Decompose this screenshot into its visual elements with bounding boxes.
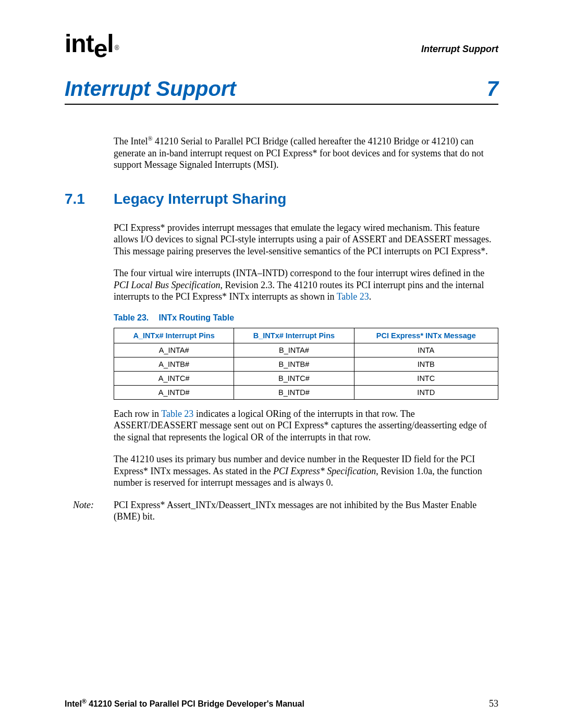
table-header-a: A_INTx# Interrupt Pins — [114, 328, 234, 343]
table-cell: B_INTB# — [234, 357, 354, 371]
table-row: A_INTA# B_INTA# INTA — [114, 343, 498, 357]
after-p1-a: Each row in — [114, 409, 161, 419]
table-row: A_INTC# B_INTC# INTC — [114, 371, 498, 385]
table-caption-label: Table 23. — [114, 313, 156, 323]
section-paragraph-2: The four virtual wire interrupts (INTA–I… — [114, 267, 498, 303]
section-title: Legacy Interrupt Sharing — [114, 191, 286, 207]
table-caption-title: INTx Routing Table — [158, 313, 234, 322]
table-23-link[interactable]: Table 23 — [337, 291, 369, 302]
table-cell: INTD — [354, 385, 498, 399]
registered-mark: ® — [148, 135, 152, 142]
header-section-title: Interrupt Support — [421, 44, 498, 55]
after-p2-italic: PCI Express* Specification — [273, 466, 376, 476]
footer-registered: ® — [82, 698, 87, 705]
table-cell: B_INTD# — [234, 385, 354, 399]
table-cell: A_INTB# — [114, 357, 234, 371]
logo-text-c: l — [107, 30, 113, 57]
table-cell: A_INTD# — [114, 385, 234, 399]
table-header-c: PCI Express* INTx Message — [354, 328, 498, 343]
table-cell: B_INTC# — [234, 371, 354, 385]
footer-left-b: 41210 Serial to Parallel PCI Bridge Deve… — [87, 699, 304, 708]
intro-paragraph: The Intel® 41210 Serial to Parallel PCI … — [114, 135, 498, 171]
table-cell: A_INTA# — [114, 343, 234, 357]
page-footer: Intel® 41210 Serial to Parallel PCI Brid… — [65, 698, 498, 709]
section-paragraph-1: PCI Express* provides interrupt messages… — [114, 222, 498, 257]
note-body: PCI Express* Assert_INTx/Deassert_INTx m… — [114, 499, 498, 523]
section-number: 7.1 — [65, 191, 114, 207]
table-23-link-2[interactable]: Table 23 — [161, 409, 193, 419]
table-row: A_INTB# B_INTB# INTB — [114, 357, 498, 371]
table-cell: B_INTA# — [234, 343, 354, 357]
intel-logo: intel® — [65, 31, 118, 56]
chapter-heading: Interrupt Support 7 — [65, 77, 498, 105]
logo-text-a: int — [65, 30, 94, 57]
table-header-row: A_INTx# Interrupt Pins B_INTx# Interrupt… — [114, 328, 498, 343]
table-header-b: B_INTx# Interrupt Pins — [234, 328, 354, 343]
intro-text-b: 41210 Serial to Parallel PCI Bridge (cal… — [114, 136, 484, 170]
p2-italic-ref: PCI Local Bus Specification — [114, 280, 220, 290]
chapter-number: 7 — [487, 77, 498, 101]
note-label: Note: — [65, 499, 94, 523]
table-cell: INTC — [354, 371, 498, 385]
after-table-paragraph-2: The 41210 uses its primary bus number an… — [114, 453, 498, 489]
intro-text-a: The Intel — [114, 136, 148, 146]
table-cell: INTB — [354, 357, 498, 371]
chapter-title: Interrupt Support — [65, 77, 236, 101]
p2-text-a: The four virtual wire interrupts (INTA–I… — [114, 268, 484, 278]
section-heading: 7.1 Legacy Interrupt Sharing — [65, 191, 498, 207]
after-table-paragraph-1: Each row in Table 23 indicates a logical… — [114, 408, 498, 443]
page-number: 53 — [489, 698, 498, 709]
table-cell: A_INTC# — [114, 371, 234, 385]
p2-text-c: . — [369, 291, 372, 302]
logo-registered: ® — [115, 44, 119, 52]
logo-text-b: e — [94, 35, 107, 63]
footer-left-a: Intel — [65, 699, 82, 708]
table-cell: INTA — [354, 343, 498, 357]
note-block: Note: PCI Express* Assert_INTx/Deassert_… — [65, 499, 498, 523]
footer-manual-title: Intel® 41210 Serial to Parallel PCI Brid… — [65, 698, 304, 709]
table-caption: Table 23. INTx Routing Table — [114, 313, 498, 323]
intx-routing-table: A_INTx# Interrupt Pins B_INTx# Interrupt… — [114, 328, 498, 400]
table-row: A_INTD# B_INTD# INTD — [114, 385, 498, 399]
page-header: intel® Interrupt Support — [65, 31, 498, 56]
